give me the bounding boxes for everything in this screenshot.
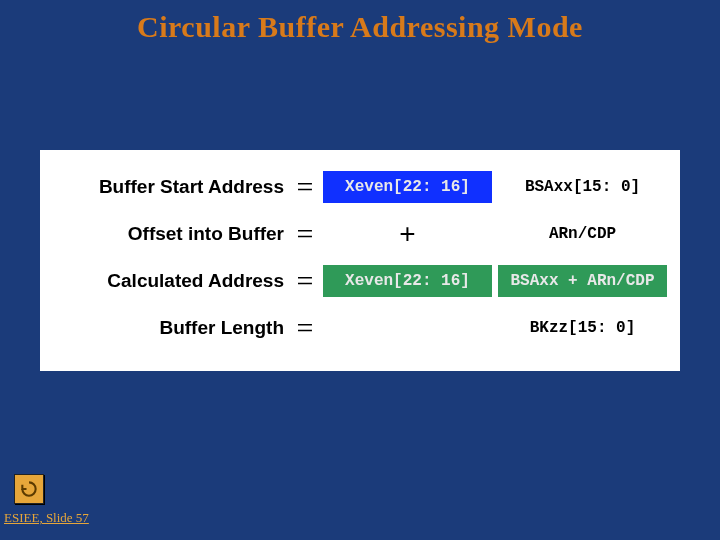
row-buffer-start: Buffer Start Address = Xeven[22: 16] BSA… [40, 165, 680, 209]
equals: = [290, 170, 320, 204]
slide: Circular Buffer Addressing Mode Buffer S… [0, 0, 720, 540]
label-calc-addr: Calculated Address [40, 270, 290, 292]
cell-xeven-hi: Xeven[22: 16] [323, 171, 492, 203]
equals: = [290, 311, 320, 345]
cell-xeven-hi-2: Xeven[22: 16] [323, 265, 492, 297]
row-calc-addr: Calculated Address = Xeven[22: 16] BSAxx… [40, 259, 680, 303]
cell-arn: ARn/CDP [498, 218, 667, 250]
label-offset: Offset into Buffer [40, 223, 290, 245]
plus-sign: + [320, 218, 495, 250]
row-buf-len: Buffer Length = BKzz[15: 0] [40, 306, 680, 350]
cell-bkzz: BKzz[15: 0] [498, 312, 667, 344]
address-panel: Buffer Start Address = Xeven[22: 16] BSA… [40, 150, 680, 371]
footer-label: ESIEE, Slide 57 [4, 510, 89, 526]
equals: = [290, 217, 320, 251]
equals: = [290, 264, 320, 298]
slide-title: Circular Buffer Addressing Mode [0, 10, 720, 44]
return-icon[interactable] [14, 474, 44, 504]
cell-bsaxx: BSAxx[15: 0] [498, 171, 667, 203]
row-offset: Offset into Buffer = + ARn/CDP [40, 212, 680, 256]
label-buffer-start: Buffer Start Address [40, 176, 290, 198]
label-buf-len: Buffer Length [40, 317, 290, 339]
cell-sum: BSAxx + ARn/CDP [498, 265, 667, 297]
